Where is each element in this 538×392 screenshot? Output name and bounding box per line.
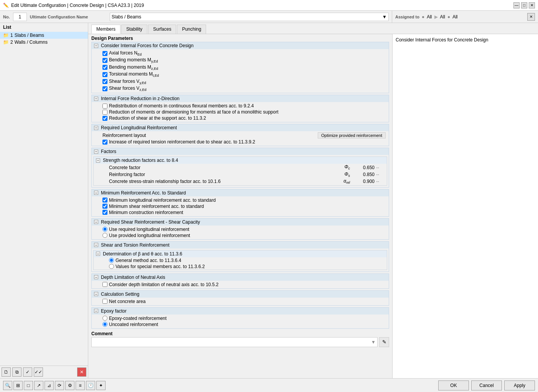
no-label: No. — [3, 15, 10, 19]
expand-min-reinf[interactable]: − — [94, 191, 98, 195]
checkbox-min-construction[interactable] — [102, 210, 107, 215]
tab-stability[interactable]: Stability — [121, 25, 147, 34]
row-shear-vy: Shear forces Vy,Ed — [92, 78, 389, 85]
label-redistribution: Redistribution of moments in continuous … — [109, 103, 254, 109]
tab-surfaces[interactable]: Surfaces — [148, 25, 176, 34]
check-button[interactable]: ✓ — [23, 367, 32, 377]
settings-button[interactable]: ⚙ — [65, 381, 74, 390]
close-button[interactable]: ✕ — [529, 2, 535, 8]
sidebar-item-number-1: 1 — [10, 33, 13, 38]
tabs-bar: Members Stability Surfaces Punching — [88, 23, 538, 34]
row-bending-mz: Bending moments Mz,Ed — [92, 64, 389, 71]
expand-epoxy[interactable]: − — [94, 309, 98, 313]
ok-button[interactable]: OK — [438, 380, 469, 390]
expand-calc-setting[interactable]: − — [94, 292, 98, 296]
radio-general-method[interactable] — [109, 258, 114, 263]
expand-internal-reduction[interactable]: − — [94, 97, 98, 101]
checkbox-shear-vz[interactable] — [102, 86, 107, 91]
apply-button[interactable]: Apply — [504, 380, 535, 390]
section-body-shear-torsion: − Determination of β and θ acc. to 11.3.… — [92, 249, 389, 272]
checkbox-redistribution[interactable] — [102, 104, 107, 109]
checkbox-axial-forces[interactable] — [102, 51, 107, 56]
label-reduction-shear: Reduction of shear at the support acc. t… — [109, 115, 206, 121]
config-name-dropdown[interactable]: Slabs / Beams ▼ — [110, 13, 389, 21]
optimize-button[interactable]: Optimize provided reinforcement — [318, 132, 386, 138]
checkbox-bending-mz[interactable] — [102, 65, 107, 70]
new-button[interactable]: 🗋 — [2, 367, 11, 377]
cancel-button[interactable]: Cancel — [471, 380, 502, 390]
copy-button[interactable]: ⧉ — [12, 367, 21, 377]
radio-special-members[interactable] — [109, 264, 114, 269]
maximize-button[interactable]: □ — [521, 2, 527, 8]
comment-edit-button[interactable]: ✎ — [379, 337, 389, 347]
checkbox-net-concrete[interactable] — [102, 299, 107, 304]
unit-concrete-factor: -- — [376, 165, 385, 170]
sidebar-item-slabs-beams[interactable]: 📁 1 Slabs / Beams — [0, 32, 88, 39]
row-increase-tension: Increase of required tension reinforceme… — [92, 139, 389, 145]
assigned-all-2: All — [440, 14, 445, 20]
search-button[interactable]: 🔍 — [3, 381, 12, 390]
tab-punching[interactable]: Punching — [177, 25, 206, 34]
comment-input-container[interactable]: ▼ — [91, 337, 378, 347]
row-reduction-shear: Reduction of shear at the support acc. t… — [92, 115, 389, 121]
greek-phi-s: Φs — [344, 171, 350, 178]
checkbox-bending-my[interactable] — [102, 58, 107, 63]
section-header-shear-torsion: − Shear and Torsion Reinforcement — [92, 242, 389, 249]
checkbox-min-longitudinal[interactable] — [102, 198, 107, 203]
row-epoxy-coated: Epoxy-coated reinforcement — [92, 315, 389, 321]
box-button[interactable]: □ — [24, 381, 33, 390]
delete-button[interactable]: ✕ — [77, 367, 86, 377]
comment-dropdown-btn[interactable]: ▼ — [370, 339, 377, 345]
sidebar-item-label-2: Walls / Columns — [15, 40, 48, 45]
label-min-shear: Minimum shear reinforcement acc. to stan… — [109, 204, 204, 209]
expand-shear-torsion[interactable]: − — [94, 243, 98, 247]
section-minimum-reinforcement: − Minimum Reinforcement Acc. to Standard… — [91, 189, 389, 217]
no-input[interactable] — [13, 13, 27, 21]
arrow-button[interactable]: ↗ — [34, 381, 43, 390]
checkbox-min-shear[interactable] — [102, 204, 107, 209]
radio-use-provided-long[interactable] — [102, 233, 107, 238]
sidebar-item-walls-columns[interactable]: 📁 2 Walls / Columns — [0, 39, 88, 46]
radio-uncoated[interactable] — [102, 322, 107, 327]
expand-beta-theta[interactable]: − — [96, 252, 100, 256]
checkbox-shear-vy[interactable] — [102, 79, 107, 84]
checkbox-increase-tension[interactable] — [102, 140, 107, 145]
checkbox-reduction-shear[interactable] — [102, 116, 107, 121]
checkbox-reduction-moments[interactable] — [102, 110, 107, 115]
section-body-req-shear: Use required longitudinal reinforcement … — [92, 226, 389, 239]
expand-strength[interactable]: − — [96, 158, 100, 163]
list-button[interactable]: ≡ — [76, 381, 85, 390]
section-shear-torsion: − Shear and Torsion Reinforcement − Dete… — [91, 241, 389, 272]
expand-req-shear[interactable]: − — [94, 220, 98, 224]
section-header-calc-setting: − Calculation Setting — [92, 291, 389, 298]
section-consider-internal-forces: − Consider Internal Forces for Concrete … — [91, 42, 389, 93]
comment-input[interactable] — [92, 339, 370, 346]
expand-factors[interactable]: − — [94, 150, 98, 154]
radio-use-required-long[interactable] — [102, 227, 107, 232]
check-all-button[interactable]: ✓✓ — [34, 367, 43, 377]
label-reinforcing-factor: Reinforcing factor — [109, 172, 145, 177]
checkbox-depth-limitation[interactable] — [102, 282, 107, 287]
radio-epoxy-coated[interactable] — [102, 316, 107, 321]
assigned-edit-button[interactable]: ✕ — [527, 13, 535, 21]
label-bending-my: Bending moments My,Ed — [109, 57, 158, 63]
time-button[interactable]: 🕐 — [86, 381, 95, 390]
checkbox-torsional[interactable] — [102, 72, 107, 77]
section-body-depth: Consider depth limitation of neutral axi… — [92, 281, 389, 288]
assigned-to-bar: Assigned to ● All ▶ All ● All ✕ — [392, 11, 538, 23]
refresh-button[interactable]: ⟳ — [55, 381, 64, 390]
sidebar-item-number-2: 2 — [10, 40, 13, 45]
filter-button[interactable]: ⊿ — [45, 381, 54, 390]
dropdown-arrow-icon: ▼ — [382, 14, 387, 20]
row-min-longitudinal: Minimum longitudinal reinforcement acc. … — [92, 197, 389, 203]
bottom-toolbar: 🔍 ⊞ □ ↗ ⊿ ⟳ ⚙ ≡ 🕐 ✦ OK Cancel Apply — [0, 378, 538, 392]
folder-icon-2: 📁 — [3, 40, 9, 45]
expand-req-long[interactable]: − — [94, 126, 98, 130]
row-concrete-stress-strain: Concrete stress-strain relationship fact… — [94, 178, 387, 185]
minimize-button[interactable]: — — [513, 2, 520, 8]
star-button[interactable]: ✦ — [96, 381, 106, 390]
expand-depth[interactable]: − — [94, 275, 98, 279]
grid-button[interactable]: ⊞ — [13, 381, 23, 390]
expand-consider-internal[interactable]: − — [94, 44, 98, 48]
tab-members[interactable]: Members — [91, 25, 120, 34]
